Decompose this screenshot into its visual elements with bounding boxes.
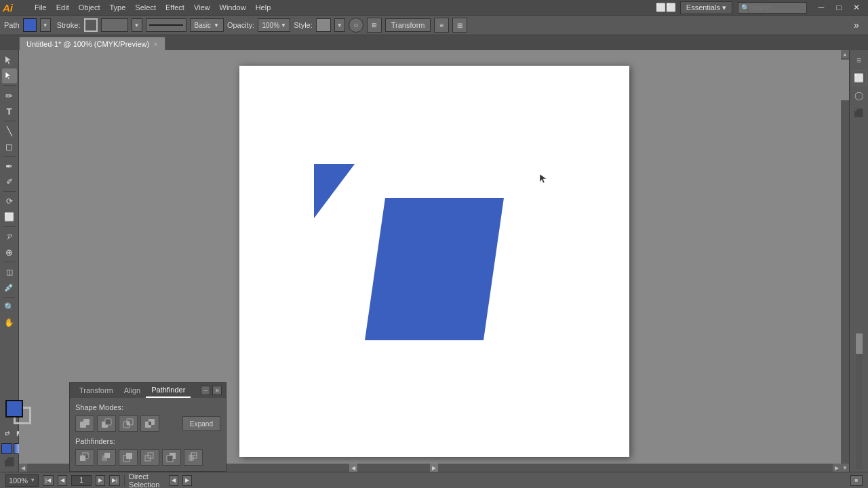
unite-btn[interactable] (75, 415, 94, 432)
v-scrollbar-thumb[interactable] (841, 60, 849, 100)
panel-close-btn[interactable]: ✕ (212, 386, 222, 395)
outline-btn[interactable] (140, 449, 159, 466)
stroke-dropdown[interactable]: ▼ (132, 18, 142, 32)
align-icon[interactable]: ≡ (434, 18, 449, 33)
panel-collapse-btn[interactable]: ─ (201, 386, 210, 395)
page-prev[interactable]: ◀ (58, 475, 67, 486)
page-input[interactable]: 1 (71, 475, 92, 486)
trim-btn[interactable] (75, 449, 94, 466)
tab-close-btn[interactable]: × (153, 40, 157, 48)
blend-mode-dropdown[interactable]: Basic▼ (190, 18, 224, 32)
scroll-right-arrow[interactable]: ▶ (833, 464, 841, 472)
menu-file[interactable]: File (30, 2, 52, 13)
minus-front-btn[interactable] (97, 415, 116, 432)
stroke-input[interactable] (101, 18, 128, 32)
search-box[interactable]: 🔍 (738, 2, 807, 14)
rect-tool[interactable]: ◻ (2, 139, 17, 154)
canvas-v-scrollbar[interactable]: ▲ ▼ (841, 50, 849, 472)
pathfinder-panel: Transform Align Pathfinder ─ ✕ Shape Mod… (69, 382, 226, 472)
status-right-icon[interactable]: ■ (850, 475, 863, 486)
rotate-tool[interactable]: ⟳ (2, 194, 17, 209)
search-input[interactable] (749, 4, 804, 12)
divide-btn[interactable] (184, 449, 203, 466)
scroll-down-arrow[interactable]: ▼ (841, 464, 849, 472)
eyedropper-tool[interactable]: 💉 (2, 280, 17, 295)
opacity-input[interactable]: 100%▼ (258, 18, 290, 32)
mesh-tool[interactable]: ⊕ (2, 245, 17, 260)
svg-marker-4 (540, 174, 547, 183)
transform-button[interactable]: Transform (385, 18, 431, 32)
fill-swatch[interactable] (23, 18, 37, 32)
menu-help[interactable]: Help (251, 2, 276, 13)
transform-icon1[interactable]: ⊞ (367, 18, 382, 33)
svg-marker-1 (5, 72, 11, 80)
maximize-button[interactable]: □ (830, 1, 848, 14)
menu-effect[interactable]: Effect (161, 2, 189, 13)
pen-tool[interactable]: ✒ (2, 159, 17, 174)
zoom-tool[interactable]: 🔍 (2, 300, 17, 314)
hand-tool[interactable]: ✋ (2, 315, 17, 330)
exclude-btn[interactable] (140, 415, 159, 432)
menubar: Ai File Edit Object Type Select Effect V… (0, 0, 868, 15)
gradient-tool[interactable]: ◫ (2, 264, 17, 279)
fill-dropdown[interactable]: ▼ (40, 18, 51, 32)
selection-tool[interactable] (2, 53, 17, 68)
menu-type[interactable]: Type (105, 2, 131, 13)
line-tool[interactable]: ╲ (2, 123, 17, 138)
scroll-left-arrow[interactable]: ◀ (19, 464, 27, 472)
parallelogram-shape[interactable] (365, 198, 504, 342)
zoom-dropdown-arrow[interactable]: ▼ (30, 477, 35, 483)
hide-panel-icon[interactable]: » (849, 18, 864, 33)
menu-window[interactable]: Window (215, 2, 251, 13)
zoom-display[interactable]: 100% ▼ (5, 474, 39, 487)
minus-back-btn[interactable] (162, 449, 181, 466)
zoom-value: 100% (9, 476, 28, 485)
page-next[interactable]: ▶ (96, 475, 105, 486)
blend-tool[interactable]: 𝓟 (2, 229, 17, 244)
right-v-scroll-thumb[interactable] (856, 333, 863, 354)
menu-select[interactable]: Select (130, 2, 161, 13)
opacity-icon[interactable]: ○ (349, 18, 363, 33)
page-prev-prev[interactable]: |◀ (43, 475, 54, 486)
type-tool[interactable]: T (2, 104, 17, 119)
style-swatch[interactable] (316, 18, 331, 32)
right-panel-icon-2[interactable]: ⬜ (852, 70, 867, 85)
right-panel-icon-4[interactable]: ⬛ (852, 106, 867, 121)
scroll-nav-left[interactable]: ◀ (349, 464, 357, 472)
page-next-next[interactable]: ▶| (109, 475, 120, 486)
close-button[interactable]: ✕ (848, 1, 865, 14)
merge-btn[interactable] (97, 449, 116, 466)
right-panel-icon-1[interactable]: ≡ (852, 53, 867, 68)
more-icon[interactable]: ⊞ (452, 18, 467, 33)
scroll-nav-right[interactable]: ▶ (430, 464, 438, 472)
expand-button[interactable]: Expand (182, 416, 220, 431)
color-mode-btn[interactable] (1, 443, 12, 454)
menu-object[interactable]: Object (74, 2, 105, 13)
tab-pathfinder[interactable]: Pathfinder (146, 383, 191, 398)
right-panel-icon-3[interactable]: ◯ (852, 88, 867, 103)
swap-colors-icon[interactable]: ⇄ (3, 428, 12, 438)
document-tab[interactable]: Untitled-1* @ 100% (CMYK/Preview) × (19, 37, 165, 50)
status-scroll-right[interactable]: ▶ (182, 475, 192, 486)
right-v-scrollbar[interactable] (856, 333, 863, 469)
fill-color-swatch[interactable] (5, 400, 23, 418)
menu-edit[interactable]: Edit (52, 2, 74, 13)
minimize-button[interactable]: ─ (812, 1, 830, 14)
intersect-btn[interactable] (119, 415, 138, 432)
tab-transform[interactable]: Transform (74, 383, 119, 398)
scale-tool[interactable]: ⬜ (2, 209, 17, 224)
menu-view[interactable]: View (189, 2, 215, 13)
essentials-dropdown[interactable]: Essentials ▾ (680, 1, 732, 14)
triangle-shape[interactable] (314, 164, 368, 226)
direct-selection-tool[interactable] (2, 68, 17, 83)
tab-align[interactable]: Align (119, 383, 146, 398)
crop-btn[interactable] (119, 449, 138, 466)
pencil-tool[interactable]: ✐ (2, 174, 17, 189)
style-dropdown[interactable]: ▼ (334, 18, 345, 32)
artboard-tool[interactable]: ⬛ (2, 454, 17, 469)
svg-rect-25 (167, 455, 173, 462)
magic-wand-tool[interactable]: ✏ (2, 88, 17, 103)
scroll-up-arrow[interactable]: ▲ (841, 50, 849, 58)
status-scroll-left[interactable]: ◀ (169, 475, 178, 486)
stroke-swatch[interactable] (84, 18, 98, 32)
